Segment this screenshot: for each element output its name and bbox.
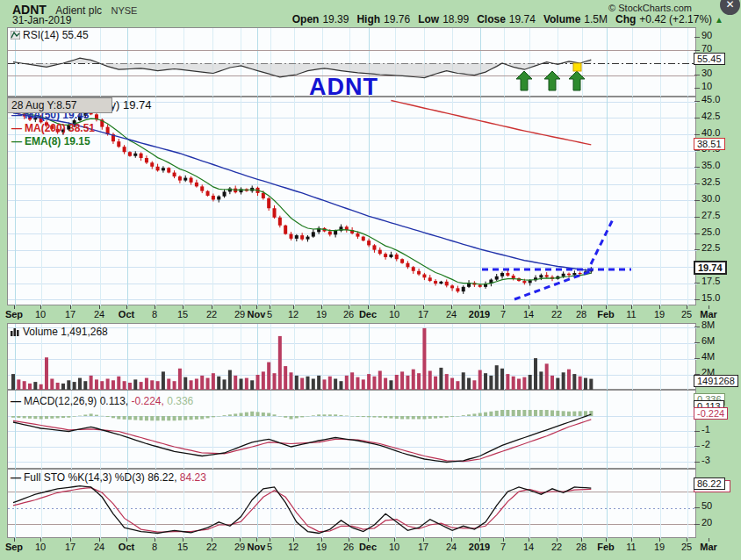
y-scale-label: 70: [701, 43, 712, 54]
volume-bar: [190, 380, 193, 390]
volume-bar: [133, 379, 137, 390]
volume-bar: [234, 376, 237, 390]
candle: [384, 254, 387, 257]
candle: [273, 208, 277, 218]
macd-histogram-bar: [150, 416, 154, 420]
x-axis-label: 22: [551, 542, 562, 552]
candle: [512, 276, 515, 278]
candle: [362, 237, 365, 241]
volume-bar: [422, 328, 426, 390]
macd-histogram-bar: [262, 413, 265, 416]
x-axis-label: 15: [177, 309, 188, 319]
macd-histogram-bar: [195, 416, 198, 420]
x-axis-label: 17: [418, 542, 428, 552]
indicator-line-icon: [11, 30, 20, 42]
volume-chart: [8, 324, 697, 391]
volume-panel: [7, 323, 696, 390]
x-axis-label: 25: [681, 309, 692, 319]
candle: [539, 275, 543, 277]
x-axis-label: 14: [523, 542, 534, 552]
macd-histogram-bar: [539, 410, 543, 416]
candle: [529, 280, 532, 283]
volume-bar: [162, 371, 165, 390]
volume-bar: [384, 378, 387, 390]
macd-histogram-bar: [439, 416, 442, 418]
macd-histogram-bar: [367, 416, 370, 417]
x-axis-label: 17: [65, 542, 76, 552]
x-axis-label: Mar: [700, 542, 717, 552]
volume-bar: [472, 380, 476, 390]
macd-histogram-bar: [467, 414, 471, 416]
y-scale-label: 35.0: [701, 160, 720, 170]
macd-histogram-bar: [234, 413, 237, 416]
volume-bar: [250, 380, 254, 390]
volume-bar: [545, 363, 549, 390]
x-axis-label: 14: [523, 309, 534, 319]
macd-histogram-bar: [56, 416, 60, 418]
candle: [372, 245, 376, 249]
volume-bar: [273, 373, 277, 390]
x-axis-label: 2019: [469, 542, 490, 552]
y-scale-label: 32.5: [701, 176, 720, 187]
quote-label: High: [356, 13, 380, 25]
y-scale-label: -2: [701, 439, 710, 449]
x-axis-label: 19: [316, 542, 327, 552]
x-axis-label: 10: [389, 309, 399, 319]
macd-histogram-bar: [73, 416, 76, 417]
x-axis-label: 10: [35, 542, 46, 552]
volume-bar: [11, 374, 15, 390]
y-scale-label: 90: [701, 30, 712, 40]
legend-ma200: —MA(200) 38.51: [11, 122, 95, 134]
volume-bar: [589, 379, 593, 390]
macd-histogram-bar: [273, 414, 277, 416]
macd-histogram-bar: [400, 416, 404, 420]
volume-bar: [240, 379, 243, 391]
volume-bar: [450, 378, 454, 390]
macd-histogram-bar: [212, 416, 215, 417]
macd-histogram-bar: [240, 413, 243, 417]
macd-histogram-bar: [517, 410, 521, 416]
y-scale-label: 8M: [701, 319, 715, 330]
x-axis-label: 8: [152, 309, 157, 319]
macd-histogram-bar: [456, 416, 459, 417]
x-axis-label: 22: [206, 542, 217, 552]
exchange-name: NYSE: [112, 5, 138, 16]
x-axis-label: 5: [267, 309, 272, 319]
volume-bar: [495, 365, 499, 390]
candle: [178, 176, 182, 181]
candle: [422, 275, 426, 278]
macd-histogram-bar: [290, 416, 293, 420]
volume-bar: [167, 379, 170, 391]
macd-histogram-bar: [356, 416, 359, 417]
quote-label: Volume: [543, 13, 580, 25]
volume-bar: [145, 378, 148, 390]
x-axis-label: Dec: [359, 309, 377, 319]
x-axis-label: 24: [94, 309, 104, 319]
candle: [190, 178, 193, 183]
volume-value-box: 1491268: [694, 375, 738, 387]
volume-bar: [284, 366, 287, 390]
volume-bar: [395, 375, 399, 390]
volume-bar: [33, 382, 37, 390]
x-axis-label: 29: [234, 309, 245, 319]
macd-histogram-bar: [190, 416, 193, 420]
macd-histogram-bar: [306, 416, 309, 417]
quote-summary: Open19.39High19.76Low18.99Close19.74Volu…: [284, 13, 723, 25]
y-scale-label: 15.0: [701, 292, 720, 303]
candle: [278, 218, 282, 226]
macd-histogram-bar: [300, 416, 304, 417]
y-scale-label: 20: [701, 517, 712, 528]
volume-bar: [128, 383, 132, 390]
macd-histogram-bar: [162, 416, 165, 420]
volume-bar: [206, 378, 210, 390]
volume-bar: [28, 384, 32, 390]
macd-histogram-bar: [117, 416, 120, 420]
candle: [439, 282, 442, 284]
candle: [389, 255, 392, 257]
candle: [117, 141, 120, 147]
candle: [312, 232, 315, 236]
candle: [206, 191, 210, 196]
quote-value: 19.74: [509, 13, 536, 25]
volume-bar: [100, 381, 104, 390]
candle: [428, 277, 432, 281]
